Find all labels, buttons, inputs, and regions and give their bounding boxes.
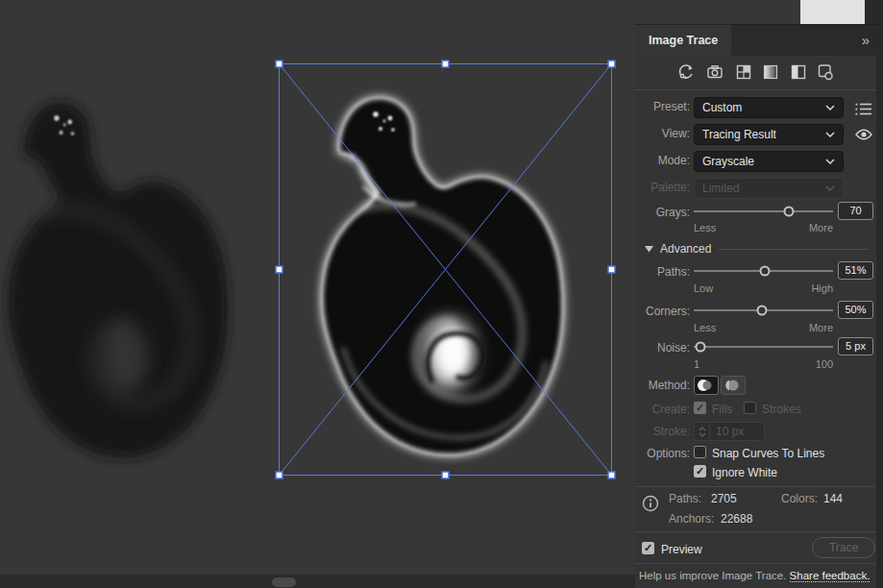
trace-button[interactable]: Trace (812, 537, 875, 558)
handle-top-right[interactable] (608, 61, 615, 67)
handle-mid-left[interactable] (276, 266, 282, 273)
fills-label: Fills (712, 403, 732, 416)
panel-footer: Help us improve Image Trace. Share feedb… (639, 570, 875, 581)
grayscale-icon[interactable] (761, 62, 780, 82)
method-overlapping-button[interactable] (721, 376, 746, 395)
grays-value-field[interactable]: 70 (838, 202, 873, 220)
preview-checkbox[interactable] (642, 542, 654, 554)
original-image[interactable] (8, 103, 228, 458)
mode-value: Grayscale (702, 155, 754, 168)
handle-mid-right[interactable] (608, 266, 615, 273)
fills-checkbox (694, 402, 706, 414)
panel-title: Image Trace (649, 34, 718, 47)
horizontal-scrollbar[interactable] (0, 575, 635, 588)
panel-collapse-icon[interactable]: » (862, 32, 869, 48)
palette-dropdown: Limited (694, 178, 844, 199)
grays-slider[interactable] (694, 206, 833, 217)
traced-image[interactable] (323, 99, 562, 454)
dock-background (865, 0, 883, 24)
paths-value-field[interactable]: 51% (838, 261, 873, 280)
method-abutting-button[interactable] (694, 376, 719, 395)
noise-slider[interactable] (694, 341, 833, 353)
handle-bottom-center[interactable] (442, 472, 449, 478)
divider (719, 249, 869, 250)
low-color-photo-icon[interactable] (734, 62, 753, 82)
artboard-edge (800, 0, 865, 24)
tab-image-trace[interactable]: Image Trace (635, 25, 731, 56)
separator (635, 531, 876, 532)
corners-value-field[interactable]: 50% (838, 301, 873, 319)
corners-max-label: More (785, 322, 833, 333)
chevron-down-icon (825, 159, 835, 164)
handle-top-left[interactable] (276, 61, 282, 67)
grays-max-label: More (785, 222, 833, 233)
grays-label: Grays: (635, 206, 690, 219)
options-label: Options: (635, 447, 690, 460)
preset-dropdown[interactable]: Custom (694, 97, 844, 118)
corners-slider-knob[interactable] (757, 306, 768, 316)
separator (635, 486, 876, 487)
info-colors-label: Colors: (781, 492, 818, 505)
corners-slider[interactable] (694, 305, 833, 316)
grays-slider-knob[interactable] (783, 207, 794, 217)
mode-label: Mode: (635, 154, 690, 167)
palette-value: Limited (702, 182, 740, 195)
create-label: Create: (635, 403, 690, 416)
info-paths-value: 2705 (711, 492, 737, 505)
outline-icon[interactable] (816, 62, 835, 82)
snap-curves-checkbox[interactable] (694, 446, 706, 458)
handle-top-center[interactable] (442, 61, 449, 67)
advanced-label: Advanced (660, 242, 711, 256)
canvas-art (0, 0, 635, 575)
palette-label: Palette: (635, 181, 690, 194)
advanced-section-toggle[interactable]: Advanced (645, 242, 869, 256)
paths-max-label: High (785, 282, 833, 294)
ignore-white-label: Ignore White (712, 466, 777, 479)
ignore-white-checkbox[interactable] (694, 465, 706, 478)
high-color-photo-icon[interactable] (705, 62, 724, 82)
triangle-down-icon (645, 246, 653, 253)
info-paths-label: Paths: (669, 492, 701, 505)
view-dropdown[interactable]: Tracing Result (694, 124, 844, 145)
overlapping-method-icon (722, 377, 745, 394)
grays-min-label: Less (694, 222, 716, 233)
view-label: View: (635, 127, 690, 140)
stepper-arrows-icon (695, 423, 710, 440)
abutting-method-icon (695, 377, 718, 394)
image-trace-panel: Image Trace » (635, 24, 876, 588)
preset-value: Custom (702, 101, 742, 114)
noise-value-field[interactable]: 5 px (838, 337, 873, 355)
handle-bottom-right[interactable] (608, 472, 615, 478)
horizontal-scrollbar-thumb[interactable] (272, 577, 296, 587)
preset-label: Preset: (635, 100, 690, 113)
separator (635, 563, 876, 564)
stroke-label: Stroke: (635, 425, 690, 438)
strokes-label: Strokes (762, 403, 801, 416)
paths-slider-knob[interactable] (759, 266, 770, 277)
share-feedback-link[interactable]: Share feedback. (790, 570, 871, 582)
preview-label: Preview (661, 543, 702, 556)
noise-slider-knob[interactable] (696, 342, 706, 353)
info-anchors-value: 22688 (721, 512, 752, 526)
paths-slider[interactable] (694, 265, 833, 277)
corners-label: Corners: (635, 305, 690, 318)
preset-icon-row (635, 60, 876, 85)
noise-min-label: 1 (694, 358, 699, 370)
handle-bottom-left[interactable] (276, 472, 282, 478)
strokes-checkbox (744, 402, 756, 414)
auto-color-icon[interactable] (676, 62, 696, 82)
preset-menu-icon[interactable] (855, 103, 872, 115)
info-icon (642, 495, 659, 512)
mode-dropdown[interactable]: Grayscale (694, 151, 844, 172)
paths-label: Paths: (635, 265, 690, 279)
dock-edge (876, 24, 883, 588)
noise-max-label: 100 (785, 358, 833, 370)
chevron-down-icon (825, 185, 835, 191)
corners-min-label: Less (694, 322, 716, 333)
eye-icon[interactable] (855, 129, 872, 140)
info-anchors-label: Anchors: (669, 512, 714, 526)
black-and-white-icon[interactable] (789, 62, 808, 82)
document-canvas[interactable] (0, 0, 635, 575)
view-value: Tracing Result (702, 128, 776, 141)
snap-curves-label: Snap Curves To Lines (712, 447, 824, 460)
